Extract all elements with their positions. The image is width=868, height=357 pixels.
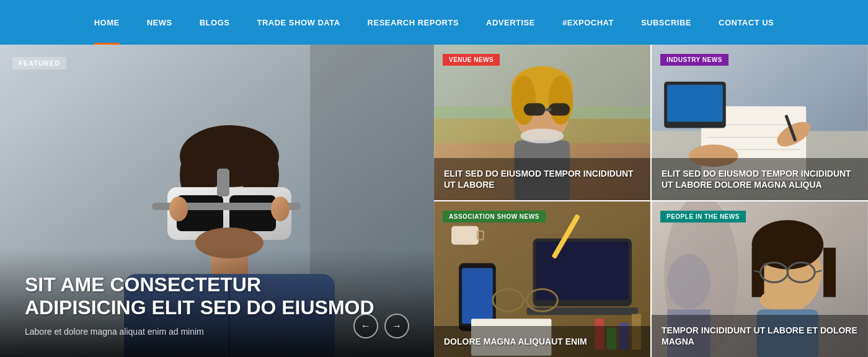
nav-advertise[interactable]: ADVERTISE: [472, 0, 549, 45]
hero-next-button[interactable]: →: [384, 314, 409, 338]
svg-point-72: [760, 291, 791, 309]
svg-rect-47: [462, 268, 493, 324]
news-card-1[interactable]: VENUE NEWS ELIT SED DO EIUSMOD TEMPOR IN…: [434, 45, 650, 200]
hero-section: FEATURED SIT AME CONSECTETURADIPISICING …: [0, 45, 434, 357]
card-3-tag-container: ASSOCIATION SHOW NEWS: [443, 210, 546, 227]
card-4-tag: PEOPLE IN THE NEWS: [660, 211, 746, 223]
card-3-overlay: DOLORE MAGNA ALIQUAUT ENIM: [434, 326, 650, 357]
svg-rect-26: [548, 104, 570, 116]
news-card-4[interactable]: PEOPLE IN THE NEWS TEMPOR INCIDIDUNT UT …: [652, 201, 868, 357]
svg-point-29: [521, 128, 564, 143]
svg-rect-54: [477, 231, 484, 240]
nav-expochat[interactable]: #EXPOCHAT: [549, 0, 627, 45]
card-1-overlay: ELIT SED DO EIUSMOD TEMPOR INCIDIDUNT UT…: [434, 158, 650, 200]
svg-point-14: [169, 196, 188, 221]
nav-contact[interactable]: CONTACT US: [705, 0, 787, 45]
hero-overlay: SIT AME CONSECTETURADIPISICING ELIT SED …: [0, 249, 434, 357]
svg-point-15: [271, 196, 290, 221]
card-2-tag: INDUSTRY NEWS: [660, 54, 728, 66]
main-content: FEATURED SIT AME CONSECTETURADIPISICING …: [0, 45, 868, 357]
nav-subscribe[interactable]: SUBSCRIBE: [627, 0, 705, 45]
nav-blogs[interactable]: BLOGS: [186, 0, 244, 45]
svg-point-23: [512, 76, 536, 125]
card-1-tag-container: VENUE NEWS: [443, 53, 500, 71]
featured-badge: FEATURED: [12, 57, 66, 69]
card-1-tag: VENUE NEWS: [443, 54, 500, 66]
card-4-title: TEMPOR INCIDIDUNT UT LABORE ET DOLORE MA…: [662, 325, 858, 347]
card-3-tag: ASSOCIATION SHOW NEWS: [443, 211, 546, 223]
news-card-3[interactable]: ASSOCIATION SHOW NEWS DOLORE MAGNA ALIQU…: [434, 201, 650, 357]
card-4-overlay: TEMPOR INCIDIDUNT UT LABORE ET DOLORE MA…: [652, 315, 868, 357]
hero-subtitle: Labore et dolore magna aliquat enim ad m…: [25, 326, 409, 338]
card-2-overlay: ELIT SED DO EIUSMOD TEMPOR INCIDIDUNT UT…: [652, 158, 868, 200]
svg-rect-53: [451, 226, 479, 245]
news-card-2[interactable]: INDUSTRY NEWS ELIT SED DO EIUSMOD TEMPOR…: [652, 45, 868, 200]
hero-navigation: ← →: [353, 314, 409, 338]
svg-rect-40: [667, 85, 723, 122]
nav-home[interactable]: HOME: [81, 0, 133, 45]
hero-title: SIT AME CONSECTETURADIPISICING ELIT SED …: [25, 273, 409, 319]
nav-tradeshow[interactable]: TRADE SHOW DATA: [243, 0, 353, 45]
nav-research[interactable]: RESEARCH REPORTS: [354, 0, 472, 45]
nav-news[interactable]: NEWS: [133, 0, 186, 45]
card-1-title: ELIT SED DO EIUSMOD TEMPOR INCIDIDUNT UT…: [444, 168, 640, 190]
card-4-tag-container: PEOPLE IN THE NEWS: [660, 210, 746, 227]
news-grid: VENUE NEWS ELIT SED DO EIUSMOD TEMPOR IN…: [434, 45, 868, 357]
card-3-title: DOLORE MAGNA ALIQUAUT ENIM: [444, 336, 640, 347]
hero-prev-button[interactable]: ←: [353, 314, 378, 338]
svg-rect-25: [524, 104, 546, 116]
svg-point-24: [548, 76, 573, 125]
svg-rect-12: [217, 169, 229, 196]
svg-rect-65: [823, 248, 836, 298]
main-nav: HOME NEWS BLOGS TRADE SHOW DATA RESEARCH…: [0, 0, 868, 45]
card-2-title: ELIT SED DO EIUSMOD TEMPOR INCIDIDUNT UT…: [662, 168, 858, 190]
svg-rect-64: [752, 248, 764, 298]
svg-point-73: [667, 254, 711, 310]
svg-rect-27: [545, 108, 551, 112]
card-2-tag-container: INDUSTRY NEWS: [660, 53, 728, 71]
svg-rect-10: [229, 195, 276, 231]
